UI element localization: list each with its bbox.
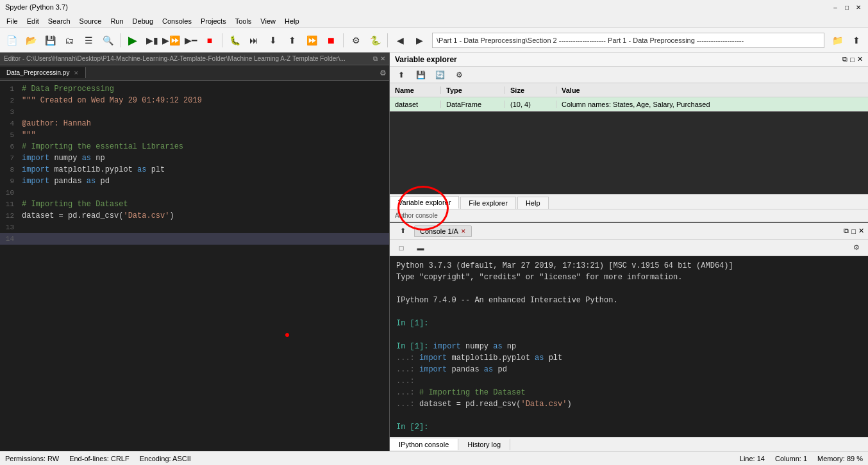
step-into-button[interactable]: ⬇ [264,31,282,49]
code-line-1: 1 # Data Preprocessing [0,83,389,95]
code-line-12: 12 dataset = pd.read_csv('Data.csv') [0,210,389,222]
menu-run[interactable]: Run [106,16,127,26]
console-line-6 [396,329,862,341]
save-data-button[interactable]: 💾 [412,66,430,84]
import-data-button[interactable]: ⬆ [392,66,410,84]
var-name-dataset: dataset [390,101,441,108]
console-tab-close[interactable]: ✕ [461,228,466,234]
tab-ipython-console[interactable]: IPython console [390,439,458,450]
window-controls[interactable]: – □ ✕ [831,3,863,12]
run-cell-advance-button[interactable]: ▶⏩ [162,31,180,49]
menu-debug[interactable]: Debug [129,16,157,26]
variable-row-dataset[interactable]: dataset DataFrame (10, 4) Column names: … [390,97,868,111]
save-file-button[interactable]: 💾 [41,31,59,49]
step-button[interactable]: ⏭ [245,31,263,49]
console-expand-button[interactable]: ⬆ [394,222,412,240]
console-header: ⬆ Console 1/A ✕ ⧉ □ ✕ [390,223,868,240]
code-line-5: 5 """ [0,129,389,141]
close-button[interactable]: ✕ [854,3,863,12]
toolbar-separator-1 [120,33,121,47]
sync-button[interactable]: ⬆ [847,31,865,49]
editor-panel: Editor - C:\Users\Hannah\Desktop\P14-Mac… [0,53,390,451]
console-content[interactable]: Python 3.7.3 (default, Mar 27 2019, 17:1… [390,256,868,437]
var-size-dataset: (10, 4) [505,101,556,108]
refresh-button[interactable]: 🔄 [431,66,449,84]
console-tab-1[interactable]: Console 1/A ✕ [414,225,472,237]
menu-file[interactable]: File [3,16,22,26]
continue-button[interactable]: ⏩ [303,31,321,49]
var-explorer-close[interactable]: ✕ [857,55,863,63]
console-window-controls[interactable]: ⧉ □ ✕ [844,227,864,235]
console-line-3 [396,283,862,295]
tab-help[interactable]: Help [517,197,549,209]
open-file-button[interactable]: 📂 [22,31,40,49]
status-right: Line: 14 Column: 1 Memory: 89 % [740,455,863,462]
console-line-4: IPython 7.4.0 -- An enhanced Interactive… [396,295,862,306]
run-button[interactable]: ▶ [124,31,142,49]
var-explorer-undock[interactable]: ⧉ [842,55,847,63]
menu-edit[interactable]: Edit [23,16,43,26]
find-button[interactable]: 🔍 [99,31,117,49]
console-close-button[interactable]: ✕ [858,227,864,235]
menu-view[interactable]: View [256,16,280,26]
code-line-13: 13 [0,222,389,233]
editor-options-button[interactable]: ⚙ [380,69,387,78]
status-line-endings: End-of-lines: CRLF [69,455,129,462]
menu-tools[interactable]: Tools [231,16,256,26]
var-options-button[interactable]: ⚙ [450,66,468,84]
editor-tab-close[interactable]: ✕ [74,70,79,76]
browse-tabs-button[interactable]: ☰ [79,31,97,49]
bottom-tabs: IPython console History log [390,437,868,451]
new-file-button[interactable]: 📄 [3,31,21,49]
var-explorer-empty-space [390,111,868,193]
minimize-button[interactable]: – [831,3,840,12]
code-line-2: 2 """ Created on Wed May 29 01:49:12 201… [0,95,389,106]
browse-path-button[interactable]: 📁 [828,31,846,49]
toolbar-separator-4 [387,33,388,47]
forward-button[interactable]: ▶ [410,31,428,49]
back-button[interactable]: ◀ [391,31,409,49]
console-toolbar-btn-2[interactable]: ▬ [412,239,430,257]
menu-help[interactable]: Help [281,16,303,26]
console-maximize[interactable]: □ [851,227,856,235]
status-line: Line: 14 [740,455,765,462]
console-line-1: Python 3.7.3 (default, Mar 27 2019, 17:1… [396,260,862,272]
python-button[interactable]: 🐍 [366,31,384,49]
console-settings-button[interactable]: ⚙ [847,239,865,257]
file-path-text: Editor - C:\Users\Hannah\Desktop\P14-Mac… [4,55,346,62]
main-toolbar: 📄 📂 💾 🗂 ☰ 🔍 ▶ ▶▮ ▶⏩ ▶━ ■ 🐛 ⏭ ⬇ ⬆ ⏩ ⏹ ⚙ 🐍… [0,28,868,53]
run-cell-button[interactable]: ▶▮ [143,31,161,49]
debug-button[interactable]: 🐛 [226,31,244,49]
console-section: ⬆ Console 1/A ✕ ⧉ □ ✕ □ [390,223,868,451]
tab-history-log[interactable]: History log [458,439,510,450]
undock-editor-button[interactable]: ⧉ [373,55,378,63]
code-line-14: 14 [0,233,389,245]
maximize-button[interactable]: □ [842,3,851,12]
console-toolbar-btn-1[interactable]: □ [392,239,410,257]
save-all-button[interactable]: 🗂 [60,31,78,49]
code-line-8: 8 import matplotlib.pyplot as plt [0,164,389,175]
editor-tab-file[interactable]: Data_Preprocessin.py ✕ [0,67,86,78]
console-undock[interactable]: ⧉ [844,227,849,235]
path-input[interactable] [432,33,824,48]
tab-variable-explorer[interactable]: Variable explorer [390,196,459,209]
close-editor-button[interactable]: ✕ [380,55,385,63]
menu-source[interactable]: Source [76,16,106,26]
var-explorer-maximize[interactable]: □ [850,55,855,63]
code-editor[interactable]: 1 # Data Preprocessing 2 """ Created on … [0,81,389,451]
menu-bar: File Edit Search Source Run Debug Consol… [0,14,868,28]
console-line-11: ...: dataset = pd.read_csv('Data.csv') [396,398,862,410]
menu-projects[interactable]: Projects [197,16,230,26]
stop-debug-button[interactable]: ⏹ [322,31,340,49]
console-line-in1-empty: In [1]: [396,318,862,329]
preferences-button[interactable]: ⚙ [347,31,365,49]
tab-file-explorer[interactable]: File explorer [460,197,516,209]
run-selection-button[interactable]: ▶━ [181,31,199,49]
stop-button[interactable]: ■ [201,31,219,49]
var-explorer-window-controls[interactable]: ⧉ □ ✕ [842,55,863,63]
menu-consoles[interactable]: Consoles [158,16,196,26]
step-return-button[interactable]: ⬆ [283,31,301,49]
menu-search[interactable]: Search [44,16,74,26]
code-line-7: 7 import numpy as np [0,152,389,164]
code-line-6: 6 # Importing the essential Libraries [0,141,389,152]
